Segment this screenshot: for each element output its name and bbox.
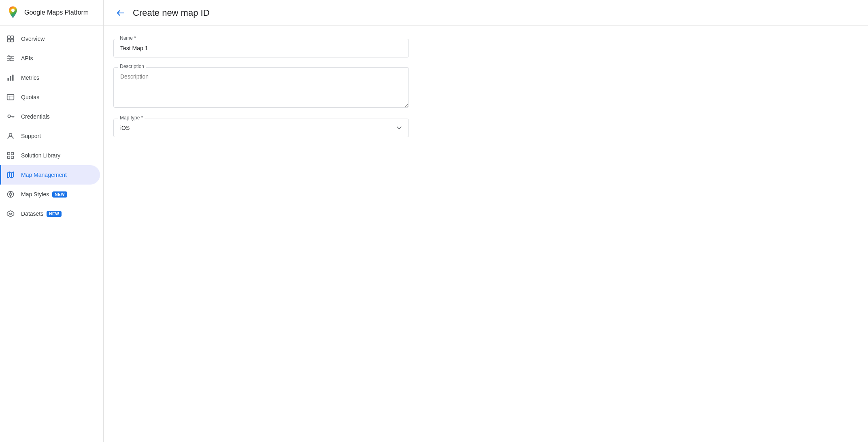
- svg-point-10: [9, 60, 11, 61]
- map-type-select-wrapper: JavaScript Android iOS: [113, 119, 409, 137]
- svg-rect-25: [11, 156, 14, 159]
- sidebar-item-support[interactable]: Support: [0, 126, 100, 146]
- main-header: Create new map ID: [104, 0, 868, 26]
- create-map-form: Name * Description Map type * JavaScript…: [104, 26, 428, 160]
- sidebar-item-metrics[interactable]: Metrics: [0, 68, 100, 87]
- map-management-icon: [6, 171, 15, 179]
- description-input[interactable]: [113, 67, 409, 108]
- svg-point-8: [8, 55, 9, 57]
- sidebar-item-label: Quotas: [21, 94, 39, 100]
- sidebar-item-label: Metrics: [21, 74, 39, 81]
- name-field: Name *: [113, 39, 418, 57]
- sidebar-item-label: Support: [21, 133, 41, 139]
- sidebar-navigation: Overview APIs: [0, 26, 103, 442]
- svg-marker-33: [9, 213, 12, 215]
- datasets-icon: [6, 210, 15, 218]
- credentials-icon: [6, 113, 15, 121]
- sidebar-item-label: Credentials: [21, 113, 50, 120]
- datasets-badge: NEW: [47, 211, 62, 217]
- sidebar-app-title: Google Maps Platform: [24, 8, 89, 17]
- svg-rect-12: [10, 76, 11, 81]
- sidebar: Google Maps Platform Overview: [0, 0, 104, 442]
- sidebar-item-solution-library[interactable]: Solution Library: [0, 146, 100, 165]
- sidebar-item-apis[interactable]: APIs: [0, 49, 100, 68]
- map-type-field: Map type * JavaScript Android iOS: [113, 119, 418, 137]
- map-type-label: Map type *: [118, 115, 145, 121]
- name-input[interactable]: [113, 39, 409, 57]
- description-field: Description: [113, 67, 418, 109]
- sidebar-item-map-management[interactable]: Map Management: [0, 165, 100, 185]
- svg-marker-32: [7, 211, 14, 217]
- sidebar-item-overview[interactable]: Overview: [0, 29, 100, 49]
- svg-rect-23: [11, 153, 14, 155]
- sidebar-item-label: Overview: [21, 36, 45, 42]
- svg-rect-4: [11, 39, 14, 42]
- name-label: Name *: [118, 35, 138, 41]
- back-button[interactable]: [113, 6, 128, 20]
- svg-rect-13: [12, 75, 13, 81]
- map-styles-badge: NEW: [52, 191, 67, 198]
- support-icon: [6, 132, 15, 140]
- map-styles-icon: [6, 190, 15, 198]
- svg-rect-1: [8, 36, 11, 39]
- metrics-icon: [6, 74, 15, 82]
- svg-point-29: [10, 193, 12, 196]
- overview-icon: [6, 35, 15, 43]
- sidebar-item-datasets[interactable]: Datasets NEW: [0, 204, 100, 223]
- main-content: Create new map ID Name * Description Map…: [104, 0, 868, 442]
- svg-point-9: [11, 57, 12, 59]
- svg-rect-2: [11, 36, 14, 39]
- sidebar-item-label: Solution Library: [21, 152, 60, 159]
- google-maps-logo: [6, 6, 19, 19]
- svg-rect-14: [7, 94, 14, 100]
- solution-library-icon: [6, 151, 15, 159]
- svg-rect-22: [8, 153, 10, 155]
- sidebar-item-label: Map Management: [21, 172, 67, 178]
- apis-icon: [6, 54, 15, 62]
- svg-rect-3: [8, 39, 11, 42]
- sidebar-item-quotas[interactable]: Quotas: [0, 87, 100, 107]
- svg-rect-11: [8, 78, 9, 81]
- quotas-icon: [6, 93, 15, 101]
- sidebar-item-label: Datasets NEW: [21, 210, 62, 217]
- page-title: Create new map ID: [133, 8, 210, 18]
- sidebar-item-label: APIs: [21, 55, 33, 62]
- svg-point-21: [9, 133, 12, 136]
- sidebar-item-label: Map Styles NEW: [21, 191, 67, 198]
- map-type-select[interactable]: JavaScript Android iOS: [113, 119, 409, 137]
- svg-rect-24: [8, 156, 10, 159]
- sidebar-item-credentials[interactable]: Credentials: [0, 107, 100, 126]
- sidebar-item-map-styles[interactable]: Map Styles NEW: [0, 185, 100, 204]
- svg-point-0: [11, 8, 15, 12]
- description-label: Description: [118, 64, 146, 69]
- sidebar-header: Google Maps Platform: [0, 0, 103, 26]
